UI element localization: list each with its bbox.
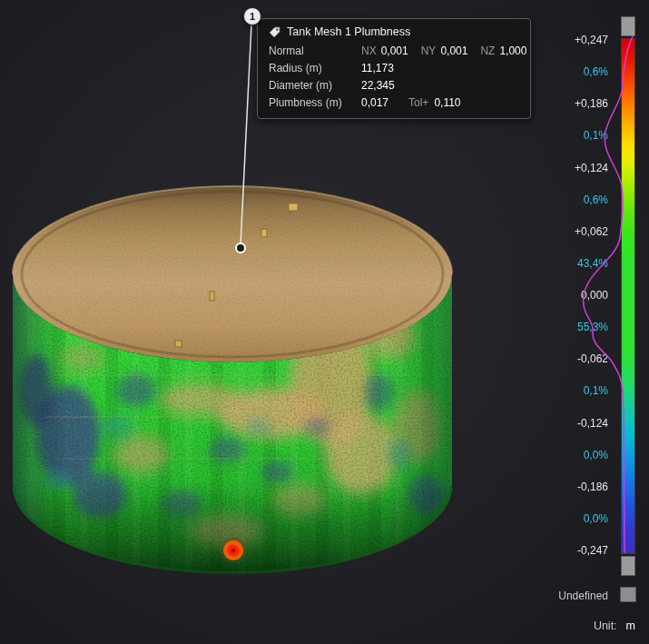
plumbness-values: 0,017Tol+0,110 bbox=[361, 95, 526, 110]
tank-top bbox=[13, 186, 452, 363]
ny-value: 0,001 bbox=[440, 45, 467, 57]
tag-icon bbox=[269, 26, 280, 38]
plumbness-value: 0,017 bbox=[361, 96, 388, 109]
measure-label-plumbness: Plumbness (m) bbox=[269, 95, 361, 110]
nz-key: NZ bbox=[480, 45, 495, 57]
out-of-tolerance-spot bbox=[221, 539, 245, 562]
annotation-badge[interactable]: 1 bbox=[243, 7, 261, 25]
annotation-callout[interactable]: Tank Mesh 1 Plumbness Normal NX0,001NY0,… bbox=[257, 18, 531, 119]
nx-key: NX bbox=[361, 45, 377, 57]
measure-label-diameter: Diameter (m) bbox=[269, 78, 361, 93]
radius-value: 11,173 bbox=[361, 61, 526, 75]
ny-key: NY bbox=[421, 45, 437, 57]
viewport-3d[interactable]: +0,247 0,6% +0,186 0,1% +0,124 0,6% +0,0… bbox=[0, 0, 649, 644]
nz-value: 1,000 bbox=[499, 45, 526, 57]
tolerance-value: 0,110 bbox=[434, 96, 460, 109]
measure-label-normal: Normal bbox=[269, 44, 361, 58]
colorbar-undefined-swatch[interactable] bbox=[620, 587, 636, 602]
callout-title-row: Tank Mesh 1 Plumbness bbox=[269, 25, 519, 38]
normal-values: NX0,001NY0,001NZ1,000 bbox=[361, 44, 526, 58]
callout-measurements: Normal NX0,001NY0,001NZ1,000 Radius (m) … bbox=[269, 44, 519, 110]
annotation-anchor-marker[interactable] bbox=[236, 243, 245, 253]
nx-value: 0,001 bbox=[381, 45, 408, 57]
tolerance-key: Tol+ bbox=[408, 96, 428, 109]
diameter-value: 22,345 bbox=[361, 78, 526, 93]
colorbar-overflow-low-swatch[interactable] bbox=[621, 556, 635, 576]
colorbar-gradient[interactable] bbox=[621, 38, 635, 554]
colorbar-overflow-high-swatch[interactable] bbox=[621, 16, 635, 36]
measure-label-radius: Radius (m) bbox=[269, 61, 361, 75]
callout-title: Tank Mesh 1 Plumbness bbox=[287, 25, 410, 38]
